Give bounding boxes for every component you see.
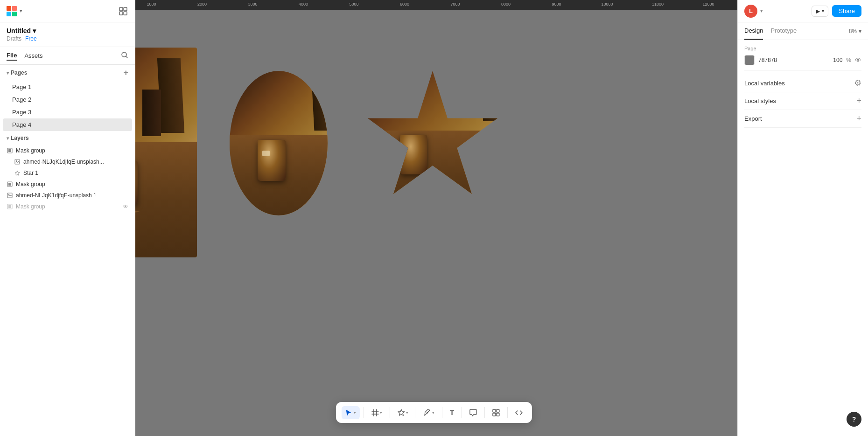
project-title[interactable]: Untitled ▾	[7, 27, 128, 35]
svg-rect-2	[119, 12, 123, 15]
svg-rect-7	[8, 149, 11, 152]
layer-mask-group-1[interactable]: Mask group	[0, 145, 135, 156]
help-button[interactable]: ?	[847, 412, 861, 427]
toolbar-divider-3	[416, 407, 416, 418]
local-styles-label: Local styles	[744, 97, 776, 104]
file-assets-row: File Assets	[0, 47, 135, 65]
layer-eye-icon[interactable]: 👁	[123, 203, 128, 210]
add-local-style-button[interactable]: +	[856, 96, 861, 106]
figma-logo	[7, 6, 17, 16]
svg-rect-3	[124, 12, 127, 15]
svg-rect-19	[493, 413, 496, 416]
page-item-3[interactable]: Page 3	[3, 106, 132, 118]
pages-chevron[interactable]: ▾	[7, 70, 9, 76]
color-hex-value[interactable]: 787878	[758, 57, 829, 63]
toolbar-divider-5	[462, 407, 462, 418]
layer-star-1[interactable]: Star 1	[0, 167, 135, 179]
mask-icon-3	[7, 203, 13, 210]
play-button[interactable]: ▶ ▾	[812, 6, 828, 17]
share-button[interactable]: Share	[832, 5, 861, 17]
color-swatch[interactable]	[744, 55, 755, 65]
design-proto-tabs: Design Prototype 8% ▾	[738, 22, 868, 40]
shape-tool[interactable]: ▾	[394, 406, 412, 419]
layers-header: ▾ Layers	[0, 131, 135, 145]
layers-label: Layers	[11, 135, 29, 141]
project-dropdown[interactable]: ▾	[33, 27, 36, 35]
layer-image-1[interactable]: ahmed-NLJqK1djfqE-unsplash...	[0, 156, 135, 167]
local-styles-row[interactable]: Local styles +	[744, 92, 861, 110]
text-tool-icon: T	[450, 408, 454, 416]
layer-mask-group-2[interactable]: Mask group	[0, 179, 135, 190]
select-tool[interactable]: ▾	[342, 406, 360, 419]
logo-area[interactable]: ▾	[7, 6, 22, 16]
pen-tool[interactable]: ▾	[420, 406, 438, 419]
local-variables-action[interactable]: ⚙	[854, 78, 861, 88]
text-tool[interactable]: T	[446, 406, 458, 419]
prototype-tab[interactable]: Prototype	[770, 22, 797, 40]
zoom-control[interactable]: 8% ▾	[849, 28, 861, 35]
pen-dropdown[interactable]: ▾	[432, 410, 434, 415]
shape-dropdown[interactable]: ▾	[406, 410, 408, 415]
divider-1	[744, 70, 861, 70]
mask-icon-1	[7, 147, 13, 154]
layer-name-star1: Star 1	[23, 170, 38, 176]
page-item-4[interactable]: Page 4	[3, 118, 132, 131]
layers-title-row: ▾ Layers	[7, 135, 29, 141]
local-variables-row[interactable]: Local variables ⚙	[744, 74, 861, 92]
assets-tab[interactable]: Assets	[24, 51, 42, 60]
star-image	[365, 71, 500, 206]
svg-line-5	[126, 56, 128, 58]
svg-rect-11	[8, 183, 11, 186]
page-item-1[interactable]: Page 1	[3, 81, 132, 93]
layers-chevron[interactable]: ▾	[7, 136, 9, 141]
toolbar-divider-4	[442, 407, 442, 418]
avatar-dropdown[interactable]: ▾	[760, 8, 763, 14]
image-icon-2	[7, 192, 13, 199]
frame-dropdown[interactable]: ▾	[380, 410, 382, 415]
export-row[interactable]: Export +	[744, 110, 861, 128]
left-panel: ▾ Untitled ▾ Drafts Free File Assets	[0, 0, 135, 436]
code-tool[interactable]	[511, 406, 526, 419]
pages-section: ▾ Pages + Page 1 Page 2 Page 3 Page 4	[0, 65, 135, 131]
frame-tool[interactable]: ▾	[368, 406, 386, 419]
svg-rect-17	[493, 409, 496, 412]
design-tab[interactable]: Design	[744, 22, 763, 40]
search-button[interactable]	[121, 51, 128, 61]
toolbar-divider-2	[390, 407, 390, 418]
left-panel-header: ▾	[0, 0, 135, 22]
layer-name-mask3: Mask group	[16, 203, 45, 210]
pages-header: ▾ Pages +	[0, 65, 135, 81]
project-subtitle: Drafts Free	[7, 35, 128, 42]
components-tool[interactable]	[489, 406, 504, 419]
right-header-left: L ▾	[744, 5, 763, 18]
layer-name-image2: ahmed-NLJqK1djfqE-unsplash 1	[16, 192, 97, 199]
mask-icon-2	[7, 181, 13, 187]
oval-image	[230, 71, 328, 215]
svg-rect-15	[8, 205, 11, 208]
play-dropdown[interactable]: ▾	[822, 8, 824, 14]
logo-dropdown[interactable]: ▾	[20, 8, 22, 14]
user-avatar[interactable]: L	[744, 5, 757, 18]
add-page-button[interactable]: +	[123, 69, 128, 77]
svg-rect-18	[497, 409, 499, 412]
page-item-2[interactable]: Page 2	[3, 93, 132, 106]
select-dropdown[interactable]: ▾	[354, 410, 356, 415]
export-label: Export	[744, 115, 762, 122]
play-icon: ▶	[816, 8, 820, 14]
zoom-dropdown[interactable]: ▾	[859, 28, 861, 35]
add-export-button[interactable]: +	[856, 114, 861, 124]
layout-toggle[interactable]	[118, 6, 128, 16]
local-variables-label: Local variables	[744, 80, 785, 87]
opacity-value[interactable]: 100	[833, 57, 842, 63]
svg-rect-1	[124, 7, 127, 11]
right-panel: L ▾ ▶ ▾ Share Design Prototype 8% ▾ Page…	[737, 0, 868, 436]
layer-mask-group-3[interactable]: Mask group 👁	[0, 201, 135, 212]
visibility-toggle[interactable]: 👁	[855, 56, 861, 64]
bottom-toolbar: ▾ ▾ ▾ ▾ T	[336, 402, 532, 423]
dp-tabs: Design Prototype	[744, 22, 797, 40]
layer-image-2[interactable]: ahmed-NLJqK1djfqE-unsplash 1	[0, 190, 135, 201]
color-row: 787878 100 % 👁	[744, 55, 861, 65]
file-tab[interactable]: File	[7, 51, 17, 61]
comment-tool[interactable]	[466, 406, 481, 419]
pages-label: Pages	[11, 69, 27, 76]
